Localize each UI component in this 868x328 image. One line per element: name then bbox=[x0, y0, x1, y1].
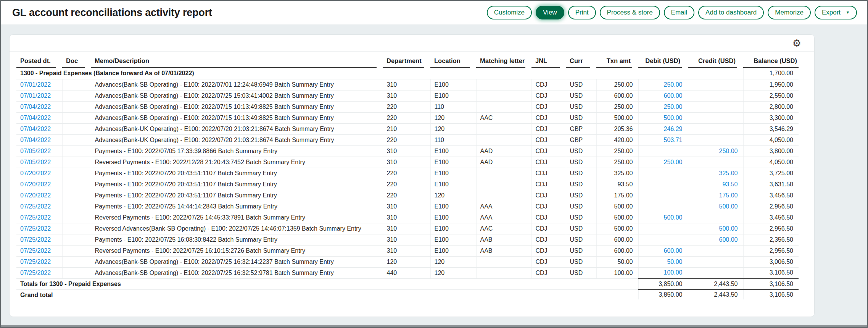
memo-text: Payments - E100: 2022/07/20 20:43:51:110… bbox=[95, 170, 277, 176]
credit-link[interactable]: 175.00 bbox=[719, 192, 738, 199]
department-value: 220 bbox=[387, 192, 397, 199]
jnl-value: CDJ bbox=[536, 270, 548, 276]
report-panel: ⚙ Posted dt.DocMemo/DescriptionDepartmen… bbox=[9, 34, 815, 317]
balance-value: 2,956.50 bbox=[770, 247, 793, 254]
debit-cell: 503.71 bbox=[638, 134, 688, 145]
debit-link[interactable]: 250.00 bbox=[664, 81, 683, 88]
credit-link[interactable]: 250.00 bbox=[719, 148, 738, 154]
location-cell: E100 bbox=[430, 179, 476, 190]
customize-button[interactable]: Customize bbox=[487, 6, 532, 19]
credit-link[interactable]: 93.50 bbox=[722, 181, 738, 187]
matching-letter-value: AAD bbox=[480, 159, 493, 165]
posted-date-link[interactable]: 07/05/2022 bbox=[20, 159, 51, 165]
department-value: 440 bbox=[387, 270, 397, 276]
posted-date-link[interactable]: 07/25/2022 bbox=[20, 236, 51, 243]
export-button[interactable]: Export▼ bbox=[815, 6, 857, 19]
posted-date-link[interactable]: 07/04/2022 bbox=[20, 103, 51, 110]
memo-cell: Advances(Bank-SB Operating) - E100: 2022… bbox=[91, 79, 383, 90]
debit-link[interactable]: 600.00 bbox=[664, 247, 683, 254]
posted-date-link[interactable]: 07/20/2022 bbox=[20, 170, 51, 176]
credit-link[interactable]: 600.00 bbox=[719, 236, 738, 243]
jnl-cell: CDJ bbox=[531, 245, 566, 256]
debit-link[interactable]: 50.00 bbox=[667, 259, 682, 265]
memo-cell: Payments - E100: 2022/07/20 20:43:51:110… bbox=[91, 179, 383, 190]
posted-date-link[interactable]: 07/01/2022 bbox=[20, 92, 51, 99]
curr-cell: USD bbox=[566, 79, 596, 90]
matching-letter-cell: AAB bbox=[476, 234, 531, 245]
posted-date-link[interactable]: 07/25/2022 bbox=[20, 203, 51, 210]
email-button[interactable]: Email bbox=[664, 6, 695, 19]
button-label: Email bbox=[671, 9, 688, 16]
button-label: Customize bbox=[494, 9, 525, 16]
posted-date-link[interactable]: 07/25/2022 bbox=[20, 259, 51, 265]
posted-date-link[interactable]: 07/25/2022 bbox=[20, 214, 51, 221]
memo-cell: Advances(Bank-SB Operating) - E100: 2022… bbox=[91, 90, 383, 101]
txn-amt-cell: 250.00 bbox=[596, 157, 638, 168]
department-value: 310 bbox=[387, 214, 397, 221]
table-row: 07/20/2022Payments - E100: 2022/07/20 20… bbox=[16, 190, 799, 201]
txn-amt-cell: 250.00 bbox=[596, 145, 638, 157]
debit-link[interactable]: 100.00 bbox=[664, 269, 683, 276]
curr-value: USD bbox=[570, 115, 583, 121]
txn-amt-cell: 205.36 bbox=[596, 123, 638, 134]
debit-link[interactable]: 250.00 bbox=[664, 103, 683, 110]
matching-letter-cell bbox=[476, 101, 531, 112]
department-value: 310 bbox=[387, 225, 397, 232]
column-header: Balance (USD) bbox=[743, 53, 799, 68]
add-to-dashboard-button[interactable]: Add to dashboard bbox=[698, 6, 764, 19]
balance-cell: 2,956.50 bbox=[743, 223, 799, 234]
credit-link[interactable]: 500.00 bbox=[719, 203, 738, 210]
grand-row: Grand total3,850.002,443.503,106.50 bbox=[16, 289, 799, 301]
print-button[interactable]: Print bbox=[568, 6, 596, 19]
credit-link[interactable]: 325.00 bbox=[719, 170, 738, 176]
matching-letter-cell: AAD bbox=[476, 157, 531, 168]
jnl-cell: CDJ bbox=[531, 212, 566, 223]
posted-date-link[interactable]: 07/20/2022 bbox=[20, 192, 51, 199]
jnl-value: CDJ bbox=[536, 126, 548, 132]
location-cell: E100 bbox=[430, 201, 476, 212]
credit-link[interactable]: 500.00 bbox=[719, 225, 738, 232]
balance-value: 3,546.29 bbox=[770, 126, 793, 132]
balance-value: 3,631.50 bbox=[770, 181, 793, 187]
debit-link[interactable]: 503.71 bbox=[664, 137, 683, 143]
department-cell: 310 bbox=[383, 201, 430, 212]
view-button[interactable]: View bbox=[536, 6, 564, 19]
memo-text: Advances(Bank-SB Operating) - E100: 2022… bbox=[95, 92, 334, 99]
posted-date-link[interactable]: 07/05/2022 bbox=[20, 148, 51, 154]
posted-date-link[interactable]: 07/04/2022 bbox=[20, 126, 51, 132]
curr-value: USD bbox=[570, 148, 583, 154]
posted-date-link[interactable]: 07/01/2022 bbox=[20, 81, 51, 88]
curr-cell: GBP bbox=[566, 123, 596, 134]
page-title: GL account reconciliations activity repo… bbox=[12, 7, 212, 19]
jnl-cell: CDJ bbox=[531, 223, 566, 234]
doc-cell bbox=[62, 223, 91, 234]
curr-cell: USD bbox=[566, 212, 596, 223]
memorize-button[interactable]: Memorize bbox=[768, 6, 811, 19]
jnl-value: CDJ bbox=[536, 181, 548, 187]
posted-date-link[interactable]: 07/25/2022 bbox=[20, 247, 51, 254]
debit-link[interactable]: 500.00 bbox=[664, 115, 683, 121]
department-value: 220 bbox=[387, 137, 397, 143]
memo-cell: Payments - E100: 2022/07/20 20:43:51:110… bbox=[91, 168, 383, 179]
posted-date-link[interactable]: 07/20/2022 bbox=[20, 181, 51, 187]
gear-icon[interactable]: ⚙ bbox=[792, 38, 801, 48]
posted-date-link[interactable]: 07/25/2022 bbox=[20, 270, 51, 276]
debit-link[interactable]: 600.00 bbox=[664, 92, 683, 99]
process-store-button[interactable]: Process & store bbox=[600, 6, 660, 19]
credit-cell bbox=[688, 123, 743, 134]
curr-cell: USD bbox=[566, 256, 596, 267]
posted-date-link[interactable]: 07/04/2022 bbox=[20, 115, 51, 121]
posted-date-cell: 07/20/2022 bbox=[16, 168, 62, 179]
debit-link[interactable]: 250.00 bbox=[664, 159, 683, 165]
totals-row-debit-cell: 3,850.00 bbox=[638, 278, 688, 289]
posted-date-link[interactable]: 07/04/2022 bbox=[20, 137, 51, 143]
curr-value: USD bbox=[570, 236, 583, 243]
department-value: 310 bbox=[387, 247, 397, 254]
debit-link[interactable]: 246.29 bbox=[664, 126, 683, 132]
column-header: Posted dt. bbox=[16, 53, 62, 68]
debit-link[interactable]: 500.00 bbox=[664, 214, 683, 221]
posted-date-link[interactable]: 07/25/2022 bbox=[20, 225, 51, 232]
txn-amt-value: 50.00 bbox=[617, 259, 633, 265]
location-value: E100 bbox=[435, 81, 449, 88]
memo-cell: Advances(Bank-SB Operating) - E100: 2022… bbox=[91, 112, 383, 123]
